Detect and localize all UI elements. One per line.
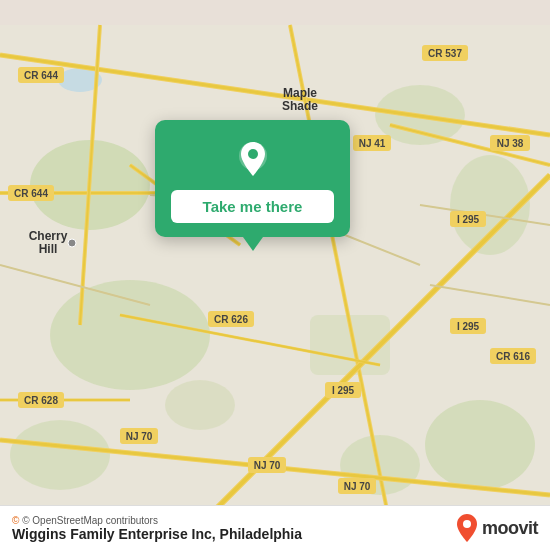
svg-text:Maple: Maple — [283, 86, 317, 100]
svg-text:Hill: Hill — [39, 242, 58, 256]
svg-point-8 — [165, 380, 235, 430]
map-background: CR 644 CR 644 CR 537 NJ 38 NJ 41 I 295 C… — [0, 0, 550, 550]
svg-text:Cherry: Cherry — [29, 229, 68, 243]
svg-text:Shade: Shade — [282, 99, 318, 113]
map-container: CR 644 CR 644 CR 537 NJ 38 NJ 41 I 295 C… — [0, 0, 550, 550]
svg-point-73 — [463, 520, 471, 528]
svg-point-70 — [68, 239, 76, 247]
moovit-logo: moovit — [455, 514, 538, 542]
location-popup: Take me there — [155, 120, 350, 237]
take-me-there-button[interactable]: Take me there — [171, 190, 334, 223]
svg-text:NJ 70: NJ 70 — [126, 431, 153, 442]
svg-text:NJ 41: NJ 41 — [359, 138, 386, 149]
svg-point-2 — [50, 280, 210, 390]
svg-text:NJ 70: NJ 70 — [254, 460, 281, 471]
svg-text:I 295: I 295 — [457, 214, 480, 225]
svg-text:CR 628: CR 628 — [24, 395, 58, 406]
svg-text:CR 644: CR 644 — [14, 188, 48, 199]
svg-text:NJ 38: NJ 38 — [497, 138, 524, 149]
osm-label: © OpenStreetMap contributors — [22, 515, 158, 526]
svg-text:CR 537: CR 537 — [428, 48, 462, 59]
pin-icon — [232, 138, 274, 180]
svg-point-7 — [10, 420, 110, 490]
bottom-bar: © © OpenStreetMap contributors Wiggins F… — [0, 505, 550, 550]
svg-text:NJ 70: NJ 70 — [344, 481, 371, 492]
moovit-label: moovit — [482, 518, 538, 539]
svg-point-5 — [425, 400, 535, 490]
place-name: Wiggins Family Enterprise Inc, Philadelp… — [12, 526, 302, 542]
moovit-pin-icon — [455, 514, 479, 542]
svg-text:CR 626: CR 626 — [214, 314, 248, 325]
place-info: © © OpenStreetMap contributors Wiggins F… — [12, 515, 302, 542]
osm-copyright: © — [12, 515, 19, 526]
svg-text:CR 616: CR 616 — [496, 351, 530, 362]
svg-text:CR 644: CR 644 — [24, 70, 58, 81]
attribution-text: © © OpenStreetMap contributors — [12, 515, 302, 526]
svg-point-72 — [248, 149, 258, 159]
svg-text:I 295: I 295 — [332, 385, 355, 396]
svg-text:I 295: I 295 — [457, 321, 480, 332]
